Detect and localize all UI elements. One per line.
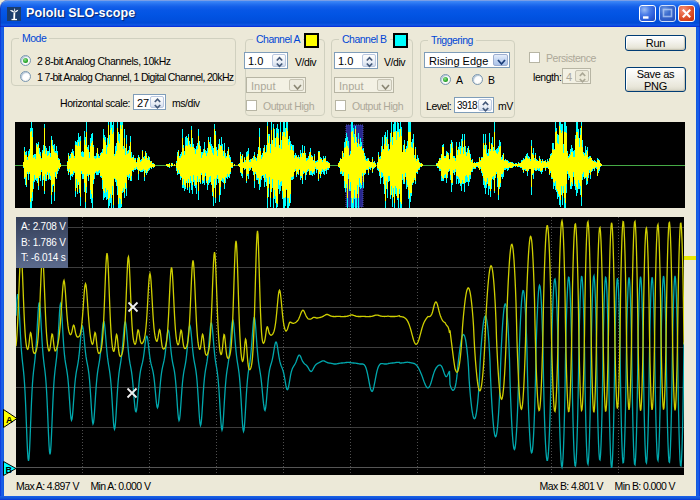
- svg-text:B: 1.786 V: B: 1.786 V: [21, 237, 66, 248]
- svg-text:B: B: [6, 465, 13, 475]
- svg-text:T: -6.014 s: T: -6.014 s: [21, 252, 66, 263]
- svg-text:A: 2.708 V: A: 2.708 V: [21, 221, 66, 232]
- svg-text:A: A: [6, 415, 13, 425]
